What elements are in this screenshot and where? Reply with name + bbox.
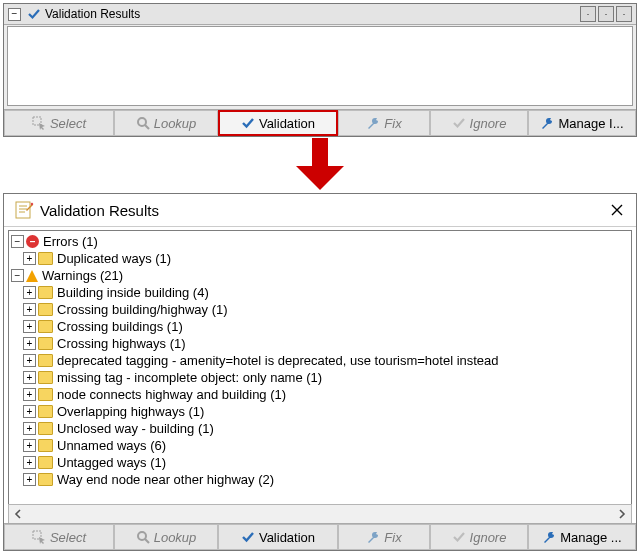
folder-icon (38, 354, 53, 367)
tree-item[interactable]: +Overlapping highways (1) (11, 403, 629, 420)
tree-item-label: Crossing buildings (1) (57, 318, 183, 335)
lookup-icon (136, 530, 150, 544)
fix-icon (366, 116, 380, 130)
select-button[interactable]: Select (4, 524, 114, 550)
validation-label: Validation (259, 530, 315, 545)
tree-item[interactable]: +Building inside building (4) (11, 284, 629, 301)
folder-icon (38, 422, 53, 435)
lookup-button[interactable]: Lookup (114, 110, 218, 136)
tree-item-label: Warnings (21) (42, 267, 123, 284)
folder-icon (38, 456, 53, 469)
small-titlebar: − Validation Results · · · (4, 4, 636, 25)
ignore-icon (452, 530, 466, 544)
expand-toggle-icon[interactable]: + (23, 252, 36, 265)
manage-ignore-button[interactable]: Manage I... (528, 110, 636, 136)
validation-button[interactable]: Validation (218, 110, 338, 136)
window-icon (14, 200, 34, 220)
tree-warnings-group[interactable]: −Warnings (21) (11, 267, 629, 284)
tree-item-label: deprecated tagging - amenity=hotel is de… (57, 352, 499, 369)
fix-button[interactable]: Fix (338, 524, 430, 550)
manage-label: Manage I... (558, 116, 623, 131)
titlebar-control-3[interactable]: · (616, 6, 632, 22)
svg-point-1 (138, 118, 146, 126)
tree-item-label: Crossing building/highway (1) (57, 301, 228, 318)
expand-toggle-icon[interactable]: + (23, 320, 36, 333)
manage-ignore-button[interactable]: Manage ... (528, 524, 636, 550)
expand-toggle-icon[interactable]: + (23, 439, 36, 452)
validation-check-icon (241, 116, 255, 130)
expand-toggle-icon[interactable]: + (23, 388, 36, 401)
select-button[interactable]: Select (4, 110, 114, 136)
tree-item[interactable]: +deprecated tagging - amenity=hotel is d… (11, 352, 629, 369)
svg-point-6 (138, 532, 146, 540)
expand-toggle-icon[interactable]: + (23, 286, 36, 299)
expand-toggle-icon[interactable]: + (23, 456, 36, 469)
tree-item[interactable]: +Duplicated ways (1) (11, 250, 629, 267)
select-icon (32, 530, 46, 544)
tree-errors-group[interactable]: −–Errors (1) (11, 233, 629, 250)
tree-item-label: Crossing highways (1) (57, 335, 186, 352)
expand-toggle-icon[interactable]: + (23, 405, 36, 418)
folder-icon (38, 337, 53, 350)
select-label: Select (50, 116, 86, 131)
ignore-icon (452, 116, 466, 130)
folder-icon (38, 388, 53, 401)
folder-icon (38, 473, 53, 486)
expand-toggle-icon[interactable]: + (23, 303, 36, 316)
expand-toggle-icon[interactable]: + (23, 422, 36, 435)
tree-item[interactable]: +node connects highway and building (1) (11, 386, 629, 403)
lookup-icon (136, 116, 150, 130)
validation-results-window: Validation Results −–Errors (1)+Duplicat… (3, 193, 637, 551)
folder-icon (38, 320, 53, 333)
panel-title: Validation Results (45, 7, 140, 21)
tree-item-label: Way end node near other highway (2) (57, 471, 274, 488)
folder-icon (38, 405, 53, 418)
tree-item[interactable]: +Crossing building/highway (1) (11, 301, 629, 318)
titlebar-control-1[interactable]: · (580, 6, 596, 22)
folder-icon (38, 439, 53, 452)
manage-icon (542, 530, 556, 544)
tree-item[interactable]: +Unnamed ways (6) (11, 437, 629, 454)
folder-icon (38, 252, 53, 265)
fix-label: Fix (384, 116, 401, 131)
ignore-label: Ignore (470, 116, 507, 131)
svg-rect-4 (31, 203, 34, 206)
expand-toggle-icon[interactable]: − (11, 269, 24, 282)
tree-item-label: missing tag - incomplete object: only na… (57, 369, 322, 386)
fix-button[interactable]: Fix (338, 110, 430, 136)
ignore-button[interactable]: Ignore (430, 524, 528, 550)
manage-icon (540, 116, 554, 130)
scroll-left-icon[interactable] (9, 506, 27, 522)
tree-item[interactable]: +Untagged ways (1) (11, 454, 629, 471)
expand-toggle-icon[interactable]: + (23, 354, 36, 367)
lookup-label: Lookup (154, 530, 197, 545)
select-label: Select (50, 530, 86, 545)
horizontal-scrollbar[interactable] (8, 504, 632, 524)
validation-panel-collapsed: − Validation Results · · · Select Lookup (3, 3, 637, 137)
window-header: Validation Results (4, 194, 636, 227)
tree-item-label: Unclosed way - building (1) (57, 420, 214, 437)
validation-button[interactable]: Validation (218, 524, 338, 550)
tree-item-label: Errors (1) (43, 233, 98, 250)
tree-item-label: node connects highway and building (1) (57, 386, 286, 403)
ignore-button[interactable]: Ignore (430, 110, 528, 136)
tree-item-label: Unnamed ways (6) (57, 437, 166, 454)
lookup-button[interactable]: Lookup (114, 524, 218, 550)
tree-item[interactable]: +Unclosed way - building (1) (11, 420, 629, 437)
select-icon (32, 116, 46, 130)
results-tree[interactable]: −–Errors (1)+Duplicated ways (1)−Warning… (8, 230, 632, 506)
tree-item[interactable]: +Crossing buildings (1) (11, 318, 629, 335)
expand-toggle-icon[interactable]: − (11, 235, 24, 248)
empty-results-area (7, 26, 633, 106)
tree-item[interactable]: +missing tag - incomplete object: only n… (11, 369, 629, 386)
expand-toggle-icon[interactable]: + (23, 371, 36, 384)
tree-item[interactable]: +Crossing highways (1) (11, 335, 629, 352)
expand-toggle-icon[interactable]: + (23, 473, 36, 486)
collapse-toggle-icon[interactable]: − (8, 8, 21, 21)
expand-toggle-icon[interactable]: + (23, 337, 36, 350)
titlebar-control-2[interactable]: · (598, 6, 614, 22)
tree-item[interactable]: +Way end node near other highway (2) (11, 471, 629, 488)
scroll-right-icon[interactable] (613, 506, 631, 522)
close-button[interactable] (608, 201, 626, 219)
folder-icon (38, 303, 53, 316)
